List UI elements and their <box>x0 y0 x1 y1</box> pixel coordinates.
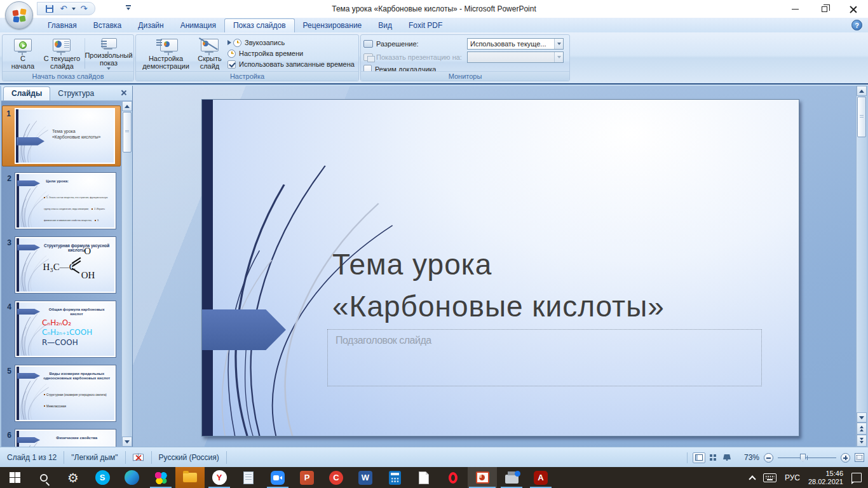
taskbar-opera[interactable] <box>438 467 468 488</box>
resolution-combobox[interactable]: Использовать текуще... <box>467 38 564 50</box>
taskbar-ccleaner[interactable]: C <box>322 467 351 488</box>
group-caption[interactable]: Начать показ слайдов <box>3 71 133 81</box>
tab-review[interactable]: Рецензирование <box>295 19 370 32</box>
custom-slideshow-button[interactable]: Произвольный показ <box>86 37 131 70</box>
taskbar-search[interactable] <box>29 467 58 488</box>
action-center-icon[interactable] <box>851 473 862 482</box>
hide-slide-button[interactable]: Скрыть слайд <box>193 37 226 70</box>
taskbar-calculator[interactable] <box>380 467 409 488</box>
notepad-icon <box>243 471 254 484</box>
yandex-icon: Y <box>212 470 227 485</box>
next-slide-button[interactable] <box>857 435 867 447</box>
taskbar-skype[interactable]: S <box>88 467 117 488</box>
scroll-down-button[interactable] <box>857 412 867 423</box>
taskbar-file-explorer[interactable] <box>175 467 205 488</box>
slide-thumbnail-6[interactable]: 6 Физические свойства Уксусная кислота п… <box>3 430 119 447</box>
keyboard-icon[interactable] <box>763 473 776 482</box>
slide-thumbnail-2[interactable]: 2 Цели урока: 1. Узнать состав вещества,… <box>3 173 119 229</box>
close-button[interactable] <box>839 0 868 18</box>
undo-button[interactable]: ↶ <box>58 4 69 14</box>
zoom-slider-thumb[interactable] <box>800 454 806 462</box>
undo-dropdown-icon[interactable] <box>72 8 76 10</box>
combo-arrow-icon[interactable] <box>554 39 563 49</box>
language-indicator[interactable]: Русский (Россия) <box>152 451 227 464</box>
rehearse-timings-button[interactable]: Настройка времени <box>227 49 355 58</box>
restore-button[interactable] <box>810 0 839 18</box>
slide-thumbnail-5[interactable]: 5 Виды изомерии предельныходноосновных к… <box>3 365 119 421</box>
tab-home[interactable]: Главная <box>39 19 85 32</box>
save-button[interactable] <box>44 4 55 14</box>
previous-slide-button[interactable] <box>857 423 867 435</box>
taskbar-settings[interactable]: ⚙ <box>58 467 88 488</box>
setup-slideshow-button[interactable]: Настройка демонстрации <box>139 37 193 70</box>
zoom-out-button[interactable] <box>764 453 773 463</box>
tab-outline[interactable]: Структура <box>50 87 102 100</box>
office-button[interactable] <box>5 1 33 29</box>
gear-icon: ⚙ <box>67 471 79 484</box>
minimize-button[interactable] <box>780 0 810 18</box>
show-presentation-on-label: Показать презентацию на: <box>376 53 464 61</box>
taskbar-edge[interactable] <box>117 467 146 488</box>
normal-view-button[interactable] <box>693 452 705 463</box>
from-current-slide-button[interactable]: С текущего слайда <box>41 37 83 70</box>
panel-scrollbar[interactable] <box>121 101 132 447</box>
slide-canvas[interactable]: Тема урока «Карбоновые кислоты» Подзагол… <box>201 99 799 437</box>
tab-slides[interactable]: Слайды <box>3 86 50 100</box>
from-beginning-button[interactable]: С начала <box>5 37 41 70</box>
scrollbar-thumb[interactable] <box>123 112 132 152</box>
theme-name[interactable]: "Легкий дым" <box>64 451 125 464</box>
clock[interactable]: 15:46 28.02.2021 <box>808 470 843 486</box>
tab-slideshow[interactable]: Показ слайдов <box>224 18 295 32</box>
taskbar-yandex-browser[interactable]: Y <box>205 467 234 488</box>
taskbar-word[interactable]: W <box>351 467 380 488</box>
tray-expand-icon[interactable] <box>749 475 756 482</box>
tab-design[interactable]: Дизайн <box>130 19 172 32</box>
taskbar-printer[interactable] <box>497 467 526 488</box>
slide-title[interactable]: Тема урока «Карбоновые кислоты» <box>332 243 790 327</box>
group-caption[interactable]: Настройка <box>136 71 358 81</box>
scroll-up-button[interactable] <box>122 101 132 111</box>
scroll-down-button[interactable] <box>122 437 132 447</box>
taskbar-powerpoint-2007[interactable] <box>468 467 497 488</box>
taskbar-document[interactable] <box>409 467 438 488</box>
close-icon <box>850 5 857 13</box>
zoom-in-button[interactable] <box>841 453 850 463</box>
tab-insert[interactable]: Вставка <box>85 19 130 32</box>
spellcheck-icon <box>133 453 144 461</box>
start-button[interactable] <box>0 467 29 488</box>
slideshow-view-button[interactable] <box>721 452 733 463</box>
opera-icon <box>449 472 458 484</box>
redo-button[interactable]: ↷ <box>78 4 90 14</box>
customize-qat-button[interactable] <box>125 5 132 10</box>
status-bar: Слайд 1 из 12 "Легкий дым" Русский (Росс… <box>0 447 868 467</box>
record-narration-button[interactable]: Звукозапись <box>227 38 355 47</box>
taskbar-powerpoint-new[interactable]: P <box>292 467 322 488</box>
help-button[interactable]: ? <box>851 20 862 30</box>
slide-thumbnail-4[interactable]: 4 Общая формула карбоновых кислот CₙH₂ₙO… <box>3 301 119 357</box>
fit-to-window-button[interactable] <box>855 453 864 462</box>
slide-sorter-button[interactable] <box>707 452 719 463</box>
group-caption[interactable]: Мониторы <box>361 71 569 81</box>
setup-show-icon <box>155 38 177 53</box>
tab-view[interactable]: Вид <box>370 19 400 32</box>
scroll-up-button[interactable] <box>857 86 867 96</box>
editor-scrollbar[interactable] <box>856 86 867 447</box>
taskbar-adobe-acrobat[interactable]: A <box>526 467 555 488</box>
taskbar-zoom-app[interactable] <box>263 467 292 488</box>
tab-animations[interactable]: Анимация <box>172 19 224 32</box>
zoom-level[interactable]: 73% <box>738 453 759 462</box>
use-timings-checkbox-row[interactable]: Использовать записанные времена <box>227 60 355 69</box>
scrollbar-thumb[interactable] <box>857 97 866 137</box>
panel-close-icon[interactable] <box>120 89 128 97</box>
subtitle-placeholder[interactable]: Подзаголовок слайда <box>327 329 762 386</box>
slide-indicator[interactable]: Слайд 1 из 12 <box>0 451 64 464</box>
tab-foxit-pdf[interactable]: Foxit PDF <box>400 19 451 32</box>
spellcheck-status[interactable] <box>126 451 152 464</box>
language-abbr[interactable]: РУС <box>785 473 800 482</box>
slide-thumbnail-3[interactable]: 3 Структурная формула уксусной кислоты H… <box>3 237 119 293</box>
slide-thumbnail-1[interactable]: 1 Тема урока«Карбоновые кислоты» <box>2 105 121 166</box>
zoom-slider[interactable] <box>778 453 836 463</box>
taskbar-paint3d[interactable] <box>146 467 175 488</box>
taskbar-notepad[interactable] <box>234 467 263 488</box>
checkbox-checked-icon[interactable] <box>227 60 236 69</box>
